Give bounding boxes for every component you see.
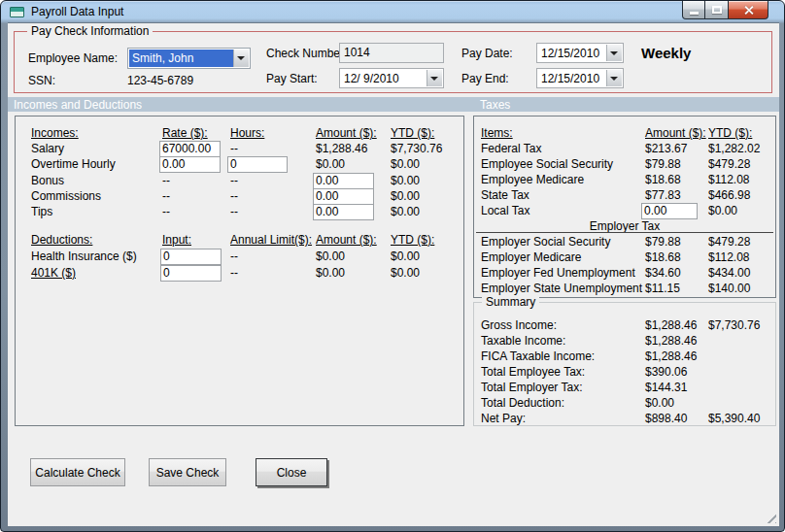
overtime-rate-input[interactable] [159, 156, 221, 173]
resize-grip-icon[interactable] [764, 511, 776, 523]
minimize-button[interactable] [682, 1, 705, 19]
pay-date-label: Pay Date: [461, 47, 513, 60]
income-ytd: $0.00 [391, 157, 461, 171]
pay-end-dropdown-button[interactable] [606, 70, 622, 86]
check-number-field[interactable]: 1014 [339, 43, 444, 63]
close-window-button[interactable] [728, 1, 768, 19]
tax-ytd: $0.00 [708, 204, 773, 217]
form-client-area: Pay Check Information Employee Name: Smi… [8, 22, 779, 526]
tax-row-federal: Federal Tax $213.67 $1,282.02 [481, 142, 773, 157]
tax-row-employer-fed-unemployment: Employer Fed Unemployment $34.60 $434.00 [481, 266, 773, 282]
deductions-header-row: Deductions: Input: Annual Limit($): Amou… [31, 233, 461, 249]
summary-amount: $1,288.46 [645, 318, 708, 332]
pay-start-dropdown-button[interactable] [427, 70, 442, 86]
income-row-bonus: Bonus -- -- $0.00 [31, 174, 461, 189]
employer-tax-subheader: Employer Tax [474, 219, 775, 233]
employee-name-combobox[interactable]: Smith, John [127, 48, 251, 69]
income-rate: -- [162, 189, 230, 203]
income-row-tips: Tips -- -- $0.00 [31, 205, 461, 220]
calculate-check-button[interactable]: Calculate Check [30, 458, 125, 486]
commissions-amount-input[interactable] [313, 188, 374, 205]
overtime-hours-input[interactable] [227, 156, 288, 173]
summary-amount: $0.00 [645, 396, 708, 410]
deduction-row-health-insurance: Health Insurance ($) -- $0.00 $0.00 [31, 249, 461, 265]
tax-row-local: Local Tax $0.00 [481, 204, 773, 219]
health-insurance-input[interactable] [160, 249, 222, 265]
maximize-button[interactable] [704, 1, 729, 19]
pay-start-value: 12/ 9/2010 [344, 72, 399, 85]
income-row-commissions: Commissions -- -- $0.00 [31, 189, 461, 205]
summary-row-total-employee-tax: Total Employee Tax: $390.06 [481, 365, 773, 381]
employer-tax-divider [476, 232, 773, 233]
summary-row-taxable-income: Taxable Income: $1,288.46 [481, 334, 773, 349]
income-label: Tips [31, 205, 162, 218]
incomes-header-row: Incomes: Rate ($): Hours: Amount ($): YT… [31, 126, 461, 142]
amount-col-header: Amount ($): [645, 126, 708, 140]
taxes-header-row: Items: Amount ($): YTD ($): [481, 126, 773, 142]
title-bar[interactable]: Payroll Data Input [1, 1, 784, 22]
income-ytd: $0.00 [391, 205, 461, 218]
income-hours: -- [230, 174, 316, 187]
summary-amount: $898.40 [645, 412, 708, 425]
pay-end-datepicker[interactable]: 12/15/2010 [536, 68, 624, 88]
deduction-ytd: $0.00 [391, 266, 461, 280]
income-hours: -- [230, 142, 316, 155]
tax-label: Employer Social Security [481, 235, 645, 249]
deduction-label: Health Insurance ($) [31, 249, 162, 263]
pay-date-datepicker[interactable]: 12/15/2010 [536, 43, 624, 63]
summary-label: Total Employer Tax: [481, 381, 645, 394]
close-button[interactable]: Close [256, 458, 327, 486]
tax-amount: $79.88 [645, 235, 708, 249]
tax-ytd: $1,282.02 [708, 142, 773, 155]
401k-input[interactable] [160, 265, 222, 282]
summary-group: Summary Gross Income: $1,288.46 $7,730.7… [473, 302, 776, 426]
save-check-button[interactable]: Save Check [149, 458, 226, 486]
deduction-annual-limit: -- [230, 249, 316, 263]
window-title: Payroll Data Input [31, 5, 123, 18]
pay-date-dropdown-button[interactable] [606, 45, 622, 61]
deductions-col-header: Deductions: [31, 233, 162, 247]
summary-label: Gross Income: [481, 318, 645, 332]
tax-label: Employer Fed Unemployment [481, 266, 645, 280]
paycheck-group-title: Pay Check Information [27, 24, 153, 38]
tax-ytd: $112.08 [708, 250, 773, 264]
rate-col-header: Rate ($): [162, 126, 230, 140]
annual-limit-col-header: Annual Limit($): [230, 233, 316, 247]
summary-row-gross-income: Gross Income: $1,288.46 $7,730.76 [481, 318, 773, 334]
tax-row-state: State Tax $77.83 $466.98 [481, 188, 773, 204]
tax-ytd: $112.08 [708, 173, 773, 186]
summary-amount: $144.31 [645, 381, 708, 394]
incomes-deductions-section-header: Incomes and Deductions [14, 98, 142, 112]
pay-date-value: 12/15/2010 [541, 47, 599, 60]
tax-ytd: $479.28 [708, 235, 773, 249]
amount-col-header: Amount ($): [316, 126, 391, 140]
salary-rate-input[interactable] [159, 141, 221, 157]
local-tax-input[interactable] [641, 203, 698, 219]
tax-amount: $79.88 [645, 157, 708, 171]
income-label: Overtime Hourly [31, 157, 162, 171]
income-row-overtime: Overtime Hourly $0.00 $0.00 [31, 157, 461, 173]
summary-label: Net Pay: [481, 412, 645, 425]
deduction-row-401k: 401K ($) -- $0.00 $0.00 [31, 266, 461, 282]
tax-label: Federal Tax [481, 142, 645, 155]
pay-end-label: Pay End: [461, 72, 509, 85]
summary-row-total-deduction: Total Deduction: $0.00 [481, 396, 773, 412]
summary-row-fica-taxable-income: FICA Taxable Income: $1,288.46 [481, 349, 773, 365]
bonus-amount-input[interactable] [313, 173, 374, 189]
income-ytd: $0.00 [391, 174, 461, 187]
summary-label: Total Employee Tax: [481, 365, 645, 379]
tax-ytd: $479.28 [708, 157, 773, 171]
income-ytd: $0.00 [391, 189, 461, 203]
items-col-header: Items: [481, 126, 645, 140]
tips-amount-input[interactable] [313, 204, 374, 220]
check-number-label: Check Number: [266, 47, 347, 60]
pay-start-datepicker[interactable]: 12/ 9/2010 [339, 68, 444, 88]
deduction-401k-link[interactable]: 401K ($) [31, 266, 162, 280]
employee-name-selected: Smith, John [129, 50, 233, 67]
incomes-deductions-panel: Incomes: Rate ($): Hours: Amount ($): YT… [15, 116, 464, 426]
summary-row-total-employer-tax: Total Employer Tax: $144.31 [481, 381, 773, 396]
summary-ytd: $7,730.76 [708, 318, 773, 332]
tax-row-employee-ss: Employee Social Security $79.88 $479.28 [481, 157, 773, 173]
income-amount: $0.00 [316, 157, 391, 171]
employee-name-dropdown-button[interactable] [233, 50, 249, 67]
